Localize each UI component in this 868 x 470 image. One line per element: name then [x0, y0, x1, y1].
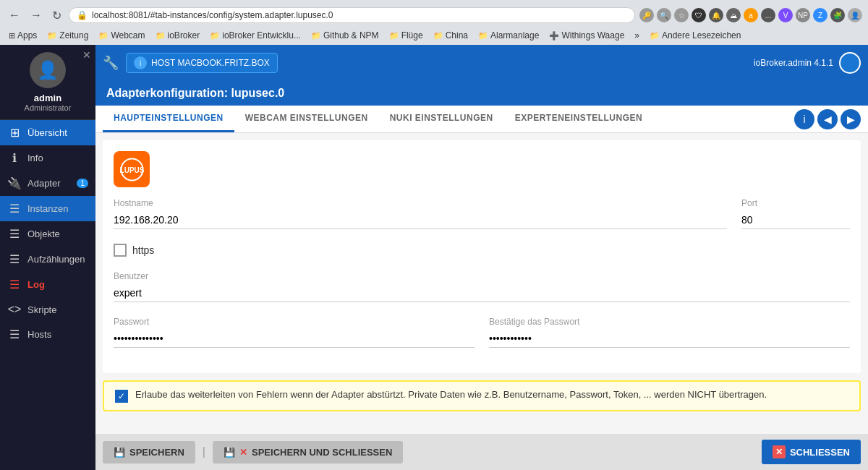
nav-forward-button[interactable]: → [27, 7, 45, 23]
folder-icon-fluege: 📁 [389, 31, 399, 40]
sidebar-item-objekte[interactable]: ☰ Objekte [0, 221, 95, 247]
bestaetigung-group: Bestätige das Passwort [489, 317, 850, 348]
adapter-logo: LUPUS [114, 151, 150, 187]
sidebar-item-skripte[interactable]: <> Skripte [0, 297, 95, 322]
benutzer-row: Benutzer [114, 271, 850, 302]
port-input[interactable] [741, 211, 850, 229]
bookmark-apps-label: Apps [17, 30, 37, 40]
top-bar: 🔧 i HOST MACBOOK.FRITZ.BOX ioBroker.admi… [95, 45, 868, 81]
browser-icon-np: NP [796, 8, 810, 22]
folder-icon-alarm: 📁 [478, 31, 488, 40]
close-label: SCHLIESSEN [790, 447, 850, 458]
sidebar-item-uebersicht[interactable]: ⊞ Übersicht [0, 120, 95, 145]
browser-icon-amazon: a [744, 8, 758, 22]
x-close-icon: ✕ [239, 447, 247, 458]
avatar: 👤 [30, 52, 66, 88]
sidebar-item-hosts[interactable]: ☰ Hosts [0, 322, 95, 347]
sidebar-nav: ⊞ Übersicht ℹ Info 🔌 Adapter 1 ☰ Instanz… [0, 120, 95, 470]
bookmark-iobroker[interactable]: 📁 ioBroker [153, 30, 203, 41]
tab-nuki[interactable]: NUKI EINSTELLUNGEN [379, 106, 504, 132]
version-label: ioBroker.admin 4.1.1 [754, 58, 833, 68]
nav-aufzaehlung-label: Aufzählungen [27, 254, 85, 265]
sidebar-item-log[interactable]: ☰ Log [0, 272, 95, 297]
save-close-button[interactable]: 💾 ✕ SPEICHERN UND SCHLIESSEN [213, 441, 403, 463]
bookmark-fluege[interactable]: 📁 Flüge [386, 30, 426, 41]
bookmarks-bar: ⊞ Apps 📁 Zeitung 📁 Webcam 📁 ioBroker 📁 i… [0, 26, 868, 45]
bookmark-apps[interactable]: ⊞ Apps [6, 30, 40, 41]
nav-adapter-label: Adapter [27, 178, 61, 189]
tab-action-blue3[interactable]: ▶ [841, 109, 861, 129]
sidebar-item-aufzaehlung[interactable]: ☰ Aufzählungen [0, 247, 95, 272]
bookmark-other-label: Andere Lesezeichen [662, 30, 741, 40]
nav-refresh-button[interactable]: ↻ [49, 7, 64, 24]
benutzer-label: Benutzer [114, 271, 850, 281]
top-bar-right: ioBroker.admin 4.1.1 👤 [754, 52, 861, 74]
bookmark-zeitung[interactable]: 📁 Zeitung [44, 30, 91, 41]
browser-icon-1: 🔑 [639, 8, 654, 22]
log-icon: ☰ [7, 278, 22, 291]
host-chip[interactable]: i HOST MACBOOK.FRITZ.BOX [126, 53, 278, 73]
sidebar-item-instanzen[interactable]: ☰ Instanzen [0, 196, 95, 221]
more-label: » [634, 30, 639, 40]
save-close-label: SPEICHERN UND SCHLIESSEN [252, 447, 392, 458]
browser-icon-6: ⛰ [726, 8, 741, 22]
tab-experten[interactable]: EXPERTENEINSTELLUNGEN [504, 106, 654, 132]
bookmark-withings-label: Withings Waage [561, 30, 624, 40]
bookmark-alarm[interactable]: 📁 Alarmanlage [475, 30, 542, 41]
https-checkbox[interactable] [114, 244, 127, 257]
bookmark-fluege-label: Flüge [401, 30, 423, 40]
https-label[interactable]: https [132, 244, 154, 256]
tab-webcam[interactable]: WEBCAM EINSTELLUNGEN [234, 106, 379, 132]
notice-box: ✓ Erlaube das weiterleiten von Fehlern w… [103, 380, 861, 411]
address-bar[interactable]: 🔒 localhost:8081/#tab-instances/config/s… [69, 7, 635, 23]
tab-haupteinstellungen[interactable]: HAUPTEINSTELLUNGEN [103, 106, 234, 132]
content-area: Adapterkonfiguration: lupusec.0 HAUPTEIN… [95, 81, 868, 434]
app-layout: ✕ 👤 admin Administrator ⊞ Übersicht ℹ In… [0, 45, 868, 470]
bookmark-china-label: China [446, 30, 468, 40]
main-content: 🔧 i HOST MACBOOK.FRITZ.BOX ioBroker.admi… [95, 45, 868, 470]
browser-icon-ext: 🧩 [830, 8, 845, 22]
tab-action-blue1[interactable]: i [794, 109, 814, 129]
action-bar: 💾 SPEICHERN | 💾 ✕ SPEICHERN UND SCHLIESS… [95, 434, 868, 470]
nav-objekte-label: Objekte [27, 228, 60, 239]
bookmark-github[interactable]: 📁 Github & NPM [308, 30, 382, 41]
folder-icon-iobroker-dev: 📁 [210, 31, 220, 40]
sidebar-close-button[interactable]: ✕ [82, 49, 91, 61]
passwort-group: Passwort [114, 317, 475, 348]
host-label: HOST MACBOOK.FRITZ.BOX [151, 58, 270, 68]
close-button[interactable]: ✕ SCHLIESSEN [762, 440, 861, 464]
folder-icon-webcam: 📁 [98, 31, 109, 40]
sidebar-item-info[interactable]: ℹ Info [0, 145, 95, 171]
separator: | [203, 445, 205, 458]
browser-icon-5: 🔔 [709, 8, 723, 22]
bookmark-china[interactable]: 📁 China [430, 30, 471, 41]
apps-grid-icon: ⊞ [9, 31, 15, 40]
hostname-input[interactable] [114, 211, 727, 229]
browser-chrome: ← → ↻ 🔒 localhost:8081/#tab-instances/co… [0, 0, 868, 45]
bookmark-webcam[interactable]: 📁 Webcam [95, 30, 148, 41]
bestaetigung-input[interactable] [489, 330, 850, 348]
close-x-icon: ✕ [773, 445, 786, 458]
bookmark-other[interactable]: 📁 Andere Lesezeichen [647, 30, 744, 41]
benutzer-input[interactable] [114, 284, 850, 302]
bookmark-withings[interactable]: ➕ Withings Waage [546, 30, 627, 41]
tab-actions: i ◀ ▶ [794, 109, 861, 129]
benutzer-group: Benutzer [114, 271, 850, 302]
save-button[interactable]: 💾 SPEICHERN [103, 441, 195, 463]
nav-back-button[interactable]: ← [6, 7, 23, 23]
tab-action-blue2[interactable]: ◀ [817, 109, 838, 129]
bookmark-iobroker-dev[interactable]: 📁 ioBroker Entwicklu... [207, 30, 304, 41]
passwort-input[interactable] [114, 330, 475, 348]
skripte-icon: <> [7, 303, 22, 316]
sidebar-header: ✕ 👤 admin Administrator [0, 45, 95, 120]
bookmark-webcam-label: Webcam [111, 30, 145, 40]
bookmark-more[interactable]: » [631, 30, 642, 41]
sidebar-item-adapter[interactable]: 🔌 Adapter 1 [0, 171, 95, 196]
browser-icon-msg: ... [761, 8, 775, 22]
sidebar: ✕ 👤 admin Administrator ⊞ Übersicht ℹ In… [0, 45, 95, 470]
iobroker-icon: i [134, 56, 147, 69]
form-area: LUPUS Hostname Port [103, 140, 861, 373]
adapter-icon: 🔌 [7, 176, 22, 190]
notice-checkbox[interactable]: ✓ [115, 390, 128, 403]
browser-icon-2: 🔍 [657, 8, 671, 22]
